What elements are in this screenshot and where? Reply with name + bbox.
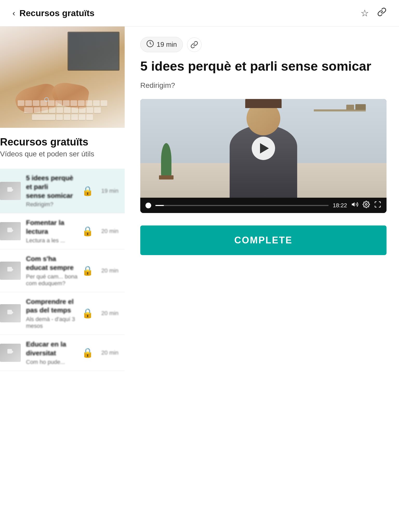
video-controls: 18:22 xyxy=(140,198,387,213)
resource-duration: 19 min xyxy=(98,188,118,194)
main-content: Recursos gratuïts Vídeos que et poden se… xyxy=(0,26,399,371)
lock-icon: 🔒 xyxy=(82,185,94,196)
svg-rect-8 xyxy=(7,349,12,354)
svg-marker-5 xyxy=(12,268,14,271)
lock-icon: 🔒 xyxy=(82,226,94,237)
complete-button[interactable]: COMPLETE xyxy=(140,225,387,255)
svg-rect-0 xyxy=(7,187,12,192)
resource-list: 5 idees perquè et parlisense somicar Red… xyxy=(0,169,125,371)
resource-name: Comprendre el pas del temps xyxy=(26,297,78,315)
time-display: 18:22 xyxy=(333,202,347,209)
header-right: ☆ xyxy=(361,7,387,19)
svg-marker-9 xyxy=(12,350,14,354)
lock-icon: 🔒 xyxy=(82,308,94,319)
resource-name: Educar en la diversitat xyxy=(26,340,78,358)
resource-info: Educar en la diversitat Com ho pude... xyxy=(26,340,78,365)
resource-info: 5 idees perquè et parlisense somicar Red… xyxy=(26,174,78,208)
resource-name: Com s'ha educat sempre xyxy=(26,255,78,272)
play-button[interactable] xyxy=(252,137,275,160)
lock-icon: 🔒 xyxy=(82,265,94,276)
bookmark-icon[interactable]: ☆ xyxy=(361,8,369,19)
resource-info: Comprendre el pas del temps Als demà - d… xyxy=(26,297,78,330)
video-icon xyxy=(7,266,14,275)
resource-info: Com s'ha educat sempre Per qué cam... bo… xyxy=(26,255,78,287)
meta-row: 19 min xyxy=(140,37,387,52)
list-item[interactable]: Com s'ha educat sempre Per qué cam... bo… xyxy=(0,249,125,292)
header: ‹ Recursos gratuïts ☆ xyxy=(0,0,399,26)
clock-icon xyxy=(146,40,154,49)
resource-info: Fomentar la lectura Lectura a les ... xyxy=(26,218,78,244)
svg-rect-4 xyxy=(7,267,12,272)
resource-thumbnail xyxy=(0,222,21,240)
svg-rect-6 xyxy=(7,310,12,314)
list-item[interactable]: Educar en la diversitat Com ho pude... 🔒… xyxy=(0,335,125,371)
video-icon xyxy=(7,309,14,318)
settings-icon[interactable] xyxy=(363,201,370,210)
resource-name: 5 idees perquè et parlisense somicar xyxy=(26,174,78,200)
video-player[interactable]: 18:22 xyxy=(140,99,387,213)
svg-rect-2 xyxy=(7,228,12,232)
section-subtitle: Vídeos que et poden ser útils xyxy=(0,150,116,158)
list-item[interactable]: 5 idees perquè et parlisense somicar Red… xyxy=(0,169,125,213)
resource-duration: 20 min xyxy=(98,228,118,235)
laptop-image xyxy=(0,26,125,128)
back-button[interactable]: ‹ xyxy=(12,8,15,18)
svg-marker-11 xyxy=(352,202,355,207)
video-icon xyxy=(7,186,14,195)
volume-icon[interactable] xyxy=(351,201,358,210)
header-left: ‹ Recursos gratuïts xyxy=(12,8,95,18)
resource-name: Fomentar la lectura xyxy=(26,218,78,236)
list-item[interactable]: Comprendre el pas del temps Als demà - d… xyxy=(0,292,125,335)
resource-duration: 20 min xyxy=(98,310,118,317)
left-column: Recursos gratuïts Vídeos que et poden se… xyxy=(0,26,125,371)
section-title-area: Recursos gratuïts Vídeos que et poden se… xyxy=(0,128,125,169)
resource-duration: 20 min xyxy=(98,349,118,356)
list-item[interactable]: Fomentar la lectura Lectura a les ... 🔒 … xyxy=(0,213,125,249)
right-column: 19 min 5 idees perquè et parli sense som… xyxy=(125,26,399,371)
video-frame xyxy=(140,99,387,198)
resource-thumbnail xyxy=(0,182,21,200)
play-triangle-icon xyxy=(260,143,269,154)
svg-marker-7 xyxy=(12,311,14,314)
resource-thumbnail xyxy=(0,262,21,280)
resource-thumbnail xyxy=(0,304,21,322)
resource-thumbnail xyxy=(0,344,21,362)
video-icon xyxy=(7,227,14,236)
video-icon xyxy=(7,348,14,357)
progress-fill xyxy=(155,205,164,206)
fullscreen-icon[interactable] xyxy=(374,201,381,210)
header-title: Recursos gratuïts xyxy=(19,8,95,18)
duration-badge: 19 min xyxy=(140,37,183,52)
complete-btn-wrapper: COMPLETE xyxy=(140,225,387,255)
link-button[interactable] xyxy=(187,37,202,52)
resource-desc: Com ho pude... xyxy=(26,359,78,365)
share-icon[interactable] xyxy=(377,7,387,19)
resource-duration: 20 min xyxy=(98,267,118,274)
lock-icon: 🔒 xyxy=(82,347,94,358)
content-title: 5 idees perquè et parli sense somicar xyxy=(140,58,387,74)
progress-bar[interactable] xyxy=(155,205,329,206)
hero-image xyxy=(0,26,125,128)
resource-desc: Per qué cam... bona com eduquem? xyxy=(26,273,78,287)
resource-desc: Als demà - d'aquí 3 mesos xyxy=(26,316,78,329)
progress-indicator[interactable] xyxy=(145,203,151,208)
svg-marker-3 xyxy=(12,229,14,232)
svg-marker-1 xyxy=(12,188,14,191)
svg-point-12 xyxy=(365,204,367,205)
resource-desc: Lectura a les ... xyxy=(26,237,78,244)
duration-text: 19 min xyxy=(157,41,177,49)
redirect-text: Redirigim? xyxy=(140,81,387,90)
resource-desc: Redirigim? xyxy=(26,201,78,208)
section-title: Recursos gratuïts xyxy=(0,136,116,148)
